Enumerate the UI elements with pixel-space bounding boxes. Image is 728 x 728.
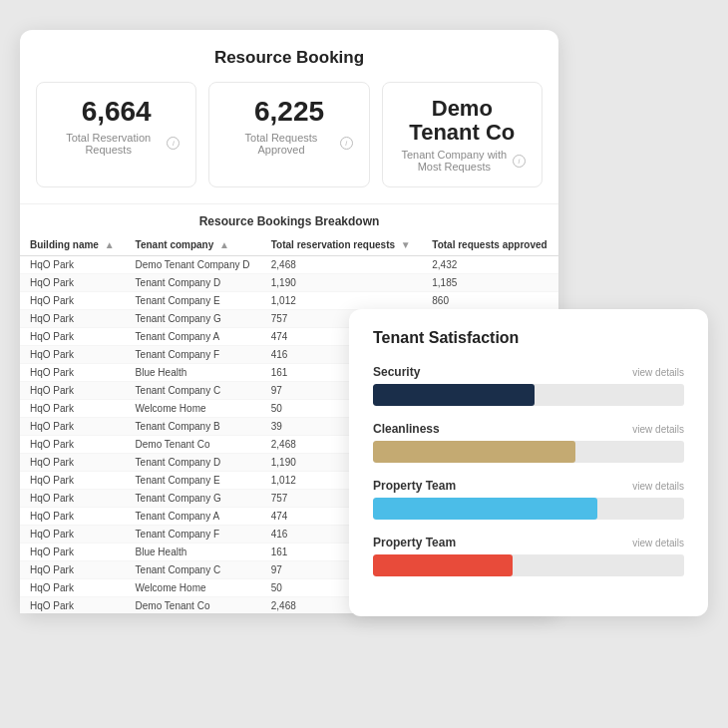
table-cell: Tenant Company C bbox=[126, 561, 261, 579]
ts-item-header-2: Property Team view details bbox=[373, 479, 684, 493]
table-cell: 1,190 bbox=[261, 274, 423, 292]
sort-icon: ▲ bbox=[105, 239, 115, 250]
table-row: HqO ParkTenant Company D1,1901,185 bbox=[20, 274, 558, 292]
table-cell: HqO Park bbox=[20, 382, 126, 400]
table-cell: Blue Health bbox=[126, 364, 261, 382]
stat-value-2: Demo Tenant Co bbox=[399, 97, 526, 145]
stat-value-0: 6,664 bbox=[53, 97, 180, 128]
table-cell: HqO Park bbox=[20, 400, 126, 418]
table-cell: HqO Park bbox=[20, 561, 126, 579]
table-cell: HqO Park bbox=[20, 472, 126, 490]
resource-booking-title: Resource Booking bbox=[20, 30, 558, 82]
table-cell: Tenant Company C bbox=[126, 382, 261, 400]
table-cell: Tenant Company D bbox=[126, 454, 261, 472]
table-cell: Tenant Company E bbox=[126, 292, 261, 310]
table-cell: HqO Park bbox=[20, 436, 126, 454]
ts-title: Tenant Satisfaction bbox=[373, 329, 684, 347]
table-cell: Tenant Company A bbox=[126, 508, 261, 526]
ts-bar-fill-0 bbox=[373, 384, 535, 406]
stats-row: 6,664 Total Reservation Requests i 6,225… bbox=[20, 82, 558, 203]
col-total-requests[interactable]: Total reservation requests ▼ bbox=[261, 234, 423, 256]
table-cell: 1,185 bbox=[422, 274, 558, 292]
table-cell: 1,012 bbox=[261, 292, 423, 310]
table-cell: HqO Park bbox=[20, 310, 126, 328]
ts-item-label-2: Property Team bbox=[373, 479, 456, 493]
ts-view-details-3[interactable]: view details bbox=[632, 538, 684, 548]
ts-bar-fill-2 bbox=[373, 498, 597, 520]
table-cell: Tenant Company G bbox=[126, 490, 261, 508]
ts-view-details-1[interactable]: view details bbox=[632, 424, 684, 435]
stat-label-1: Total Requests Approved i bbox=[225, 132, 352, 156]
table-cell: HqO Park bbox=[20, 256, 126, 274]
table-cell: Demo Tenant Co bbox=[126, 597, 261, 614]
table-cell: HqO Park bbox=[20, 292, 126, 310]
table-cell: HqO Park bbox=[20, 346, 126, 364]
stat-box-0: 6,664 Total Reservation Requests i bbox=[36, 82, 196, 187]
ts-item-3: Property Team view details bbox=[373, 536, 684, 576]
table-row: HqO ParkDemo Tenant Company D2,4682,432 bbox=[20, 256, 558, 274]
table-cell: HqO Park bbox=[20, 490, 126, 508]
table-cell: HqO Park bbox=[20, 526, 126, 544]
info-icon[interactable]: i bbox=[167, 137, 180, 150]
ts-view-details-0[interactable]: view details bbox=[632, 367, 684, 378]
ts-item-header-0: Security view details bbox=[373, 365, 684, 379]
ts-bar-fill-3 bbox=[373, 554, 513, 576]
table-cell: Welcome Home bbox=[126, 400, 261, 418]
sort-icon: ▲ bbox=[219, 239, 229, 250]
table-cell: Blue Health bbox=[126, 544, 261, 561]
table-cell: HqO Park bbox=[20, 454, 126, 472]
table-row: HqO ParkTenant Company E1,012860 bbox=[20, 292, 558, 310]
ts-bar-bg-0 bbox=[373, 384, 684, 406]
ts-view-details-2[interactable]: view details bbox=[632, 481, 684, 492]
ts-item-header-3: Property Team view details bbox=[373, 536, 684, 549]
ts-item-1: Cleanliness view details bbox=[373, 422, 684, 463]
table-cell: Demo Tenant Company D bbox=[126, 256, 261, 274]
stat-label-2: Tenant Company with Most Requests i bbox=[399, 149, 526, 173]
table-title: Resource Bookings Breakdown bbox=[20, 214, 558, 228]
stat-value-1: 6,225 bbox=[225, 97, 352, 128]
table-cell: Tenant Company F bbox=[126, 526, 261, 544]
table-cell: HqO Park bbox=[20, 597, 126, 614]
table-cell: Tenant Company B bbox=[126, 418, 261, 436]
table-cell: Demo Tenant Co bbox=[126, 436, 261, 454]
table-cell: HqO Park bbox=[20, 274, 126, 292]
table-cell: HqO Park bbox=[20, 328, 126, 346]
col-tenant[interactable]: Tenant company ▲ bbox=[126, 234, 261, 256]
ts-item-header-1: Cleanliness view details bbox=[373, 422, 684, 436]
table-header: Building name ▲ Tenant company ▲ Total r… bbox=[20, 234, 558, 256]
ts-item-0: Security view details bbox=[373, 365, 684, 406]
table-cell: Tenant Company D bbox=[126, 274, 261, 292]
ts-bar-fill-1 bbox=[373, 441, 575, 463]
ts-bar-bg-1 bbox=[373, 441, 684, 463]
table-cell: HqO Park bbox=[20, 544, 126, 561]
table-cell: HqO Park bbox=[20, 579, 126, 597]
table-cell: Tenant Company F bbox=[126, 346, 261, 364]
stat-box-1: 6,225 Total Requests Approved i bbox=[208, 82, 369, 187]
ts-bar-bg-2 bbox=[373, 498, 684, 520]
table-cell: Tenant Company G bbox=[126, 310, 261, 328]
ts-item-label-3: Property Team bbox=[373, 536, 456, 549]
table-cell: HqO Park bbox=[20, 364, 126, 382]
info-icon[interactable]: i bbox=[513, 155, 526, 168]
sort-icon: ▼ bbox=[401, 239, 411, 250]
stat-label-0: Total Reservation Requests i bbox=[53, 132, 180, 156]
ts-item-2: Property Team view details bbox=[373, 479, 684, 520]
table-cell: Welcome Home bbox=[126, 579, 261, 597]
ts-items-container: Security view details Cleanliness view d… bbox=[373, 365, 684, 576]
table-cell: 860 bbox=[422, 292, 558, 310]
ts-item-label-1: Cleanliness bbox=[373, 422, 440, 436]
table-cell: HqO Park bbox=[20, 508, 126, 526]
ts-item-label-0: Security bbox=[373, 365, 420, 379]
info-icon[interactable]: i bbox=[340, 137, 353, 150]
table-cell: Tenant Company E bbox=[126, 472, 261, 490]
col-approved: Total requests approved bbox=[422, 234, 558, 256]
tenant-satisfaction-card: Tenant Satisfaction Security view detail… bbox=[349, 309, 708, 616]
col-building[interactable]: Building name ▲ bbox=[20, 234, 126, 256]
table-cell: HqO Park bbox=[20, 418, 126, 436]
table-cell: 2,432 bbox=[422, 256, 558, 274]
table-cell: 2,468 bbox=[261, 256, 423, 274]
table-cell: Tenant Company A bbox=[126, 328, 261, 346]
ts-bar-bg-3 bbox=[373, 554, 684, 576]
stat-box-2: Demo Tenant Co Tenant Company with Most … bbox=[382, 82, 543, 187]
